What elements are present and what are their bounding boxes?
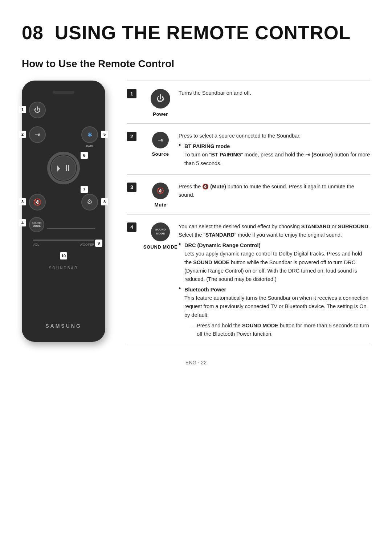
bullet-btpairing: • BT PAIRING mode To turn on "BT PAIRING… — [179, 142, 370, 168]
col-icon-mute: 🔇 Mute — [142, 181, 179, 208]
remote-badge-4: 4 — [19, 219, 26, 226]
remote-badge-9: 9 — [95, 240, 102, 247]
bullet-drc: • DRC (Dynamic Range Control) Lets you a… — [179, 241, 370, 283]
remote-badge-8: 8 — [101, 198, 108, 205]
remote-mute-btn[interactable]: 🔇 — [29, 194, 46, 210]
remote-notch — [53, 91, 74, 94]
bt-pair-label: PAIR — [86, 144, 93, 148]
col-desc-power: Turns the Soundbar on and off. — [179, 87, 370, 117]
col-num-3: 3 — [127, 181, 142, 208]
dash-bluetooth-off: – Press and hold the SOUND MODE button f… — [184, 322, 370, 338]
remote-badge-3: 3 — [19, 198, 26, 205]
remote-row-mute-sound: 3 🔇 8 ⚙ — [29, 194, 98, 210]
col-desc-mute: Press the 🔇 (Mute) button to mute the so… — [179, 181, 370, 208]
col-num-2: 2 — [127, 130, 142, 168]
remote-control: 1 ⏻ 2 ⇥ 5 ✱ PAIR — [22, 81, 105, 342]
page-title: 08 USING THE REMOTE CONTROL — [22, 22, 370, 44]
col-icon-power: ⏻ Power — [142, 87, 179, 117]
bullet-bluetooth-power: • Bluetooth Power This feature automatic… — [179, 286, 370, 338]
mute-icon-circle: 🔇 — [152, 183, 169, 199]
col-desc-soundmode: You can select the desired sound effect … — [179, 221, 370, 338]
power-icon-label: Power — [153, 111, 168, 117]
remote-badge-6: 6 — [81, 152, 88, 159]
footer-text: ENG - 22 — [185, 360, 207, 365]
remote-badge-7: 7 — [81, 186, 88, 193]
source-icon-circle: ⇥ — [152, 132, 169, 148]
col-desc-source: Press to select a source connected to th… — [179, 130, 370, 168]
remote-slider-labels: VOL WOOFER — [33, 243, 94, 246]
remote-playpause-ring: ⏵⏸ — [47, 152, 80, 184]
content-area: 1 ⏻ 2 ⇥ 5 ✱ PAIR — [22, 81, 370, 345]
remote-soundbar-label: SOUNDBAR — [49, 266, 78, 270]
remote-sound-settings-btn[interactable]: ⚙ — [81, 194, 98, 210]
page-footer: ENG - 22 — [22, 360, 370, 365]
mute-icon-label: Mute — [155, 202, 166, 208]
num-box-4: 4 — [127, 222, 136, 232]
col-num-4: 4 — [127, 221, 142, 338]
section-subtitle: How to Use the Remote Control — [22, 58, 370, 70]
num-box-2: 2 — [127, 132, 136, 141]
table-row-source: 2 ⇥ Source Press to select a source conn… — [127, 123, 370, 174]
table-area: 1 ⏻ Power Turns the Soundbar on and off.… — [127, 81, 370, 345]
source-icon-label: Source — [152, 151, 169, 157]
remote-row-power: 1 ⏻ — [29, 102, 98, 118]
col-num-1: 1 — [127, 87, 142, 117]
remote-badge-5: 5 — [101, 131, 108, 138]
remote-slider-track-1 — [33, 240, 94, 241]
col-icon-source: ⇥ Source — [142, 130, 179, 168]
table-row-power: 1 ⏻ Power Turns the Soundbar on and off. — [127, 81, 370, 123]
remote-soundmode-btn[interactable]: SOUNDMODE — [29, 217, 44, 232]
table-row-soundmode: 4 SOUNDMODE SOUND MODE You can select th… — [127, 214, 370, 345]
remote-playpause-btn[interactable]: ⏵⏸ — [51, 155, 76, 181]
remote-badge-10: 10 — [60, 252, 67, 259]
remote-row-playpause: 6 7 ⏵⏸ — [29, 152, 98, 184]
remote-sliders: 9 VOL WOOFER — [29, 240, 98, 246]
remote-power-btn[interactable]: ⏻ — [29, 102, 46, 118]
remote-source-btn[interactable]: ⇥ — [29, 126, 46, 143]
table-row-mute: 3 🔇 Mute Press the 🔇 (Mute) button to mu… — [127, 174, 370, 214]
soundmode-icon-circle: SOUNDMODE — [151, 222, 170, 241]
remote-wrapper: 1 ⏻ 2 ⇥ 5 ✱ PAIR — [22, 81, 116, 342]
num-box-3: 3 — [127, 183, 136, 192]
soundmode-icon-label: SOUND MODE — [143, 244, 178, 250]
remote-row-soundmode: 4 SOUNDMODE — [29, 217, 98, 232]
remote-badge-1: 1 — [19, 106, 26, 113]
num-box-1: 1 — [127, 89, 136, 98]
power-icon-circle: ⏻ — [151, 89, 170, 109]
remote-row-source-bt: 2 ⇥ 5 ✱ PAIR — [29, 126, 98, 143]
col-icon-soundmode: SOUNDMODE SOUND MODE — [142, 221, 179, 338]
remote-samsung-label: SAMSUNG — [45, 323, 82, 329]
remote-badge-2: 2 — [19, 131, 26, 138]
remote-bt-btn[interactable]: ✱ PAIR — [81, 126, 98, 143]
